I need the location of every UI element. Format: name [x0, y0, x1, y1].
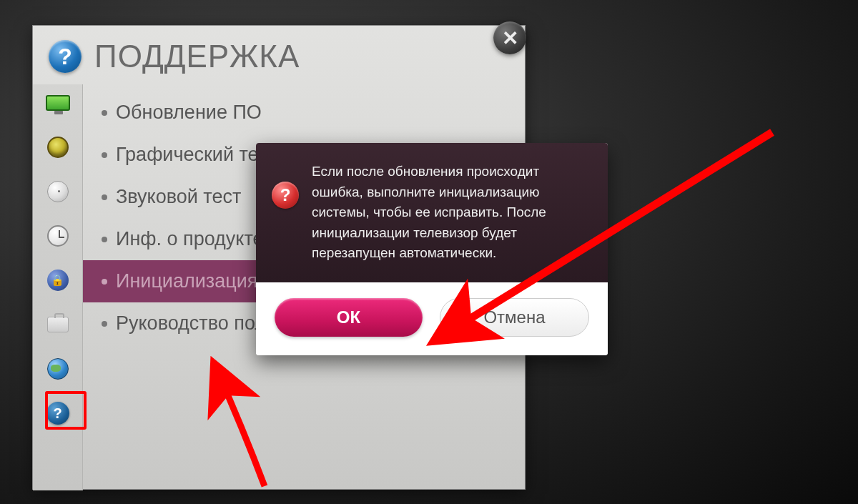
close-icon: ✕: [502, 26, 518, 50]
ok-button[interactable]: ОК: [275, 298, 423, 337]
cancel-button[interactable]: Отмена: [440, 298, 589, 337]
sidebar-item-time[interactable]: [41, 222, 75, 250]
help-icon: ?: [46, 402, 69, 425]
menu-label: Звуковой тест: [116, 186, 241, 208]
menu-item-software-update[interactable]: Обновление ПО: [83, 92, 525, 134]
sidebar: 🔒 ?: [33, 84, 83, 490]
dialog-message: Если после обновления происходит ошибка,…: [312, 162, 588, 264]
globe-icon: [47, 358, 69, 380]
confirm-dialog: ? Если после обновления происходит ошибк…: [256, 143, 608, 355]
sidebar-item-picture[interactable]: [41, 89, 75, 117]
close-button[interactable]: ✕: [493, 21, 526, 54]
bullet-icon: [102, 194, 107, 200]
dialog-footer: ОК Отмена: [256, 282, 608, 355]
help-icon: ?: [49, 40, 82, 73]
bullet-icon: [102, 279, 107, 285]
header: ? ПОДДЕРЖКА: [33, 26, 525, 84]
bullet-icon: [102, 110, 107, 116]
clock-icon: [47, 225, 69, 247]
page-title: ПОДДЕРЖКА: [94, 39, 300, 74]
bullet-icon: [102, 321, 107, 327]
sidebar-item-support[interactable]: ?: [41, 399, 75, 428]
sidebar-item-channel[interactable]: [41, 177, 75, 206]
sidebar-item-option[interactable]: [41, 310, 75, 339]
sidebar-item-sound[interactable]: [41, 133, 75, 162]
dialog-body: ? Если после обновления происходит ошибк…: [256, 143, 608, 282]
sidebar-item-network[interactable]: [41, 355, 75, 383]
monitor-icon: [46, 95, 70, 111]
menu-label: Обновление ПО: [116, 102, 262, 124]
lock-icon: 🔒: [47, 270, 69, 291]
bullet-icon: [102, 152, 107, 158]
menu-label: Инф. о продукте: [116, 228, 264, 250]
warning-help-icon: ?: [272, 182, 299, 209]
satellite-icon: [47, 181, 69, 202]
menu-label: Инициализация: [116, 270, 257, 292]
speaker-icon: [47, 137, 69, 158]
briefcase-icon: [47, 317, 69, 332]
menu-label: Графический тест: [116, 144, 277, 166]
sidebar-item-lock[interactable]: 🔒: [41, 266, 75, 295]
bullet-icon: [102, 237, 107, 242]
